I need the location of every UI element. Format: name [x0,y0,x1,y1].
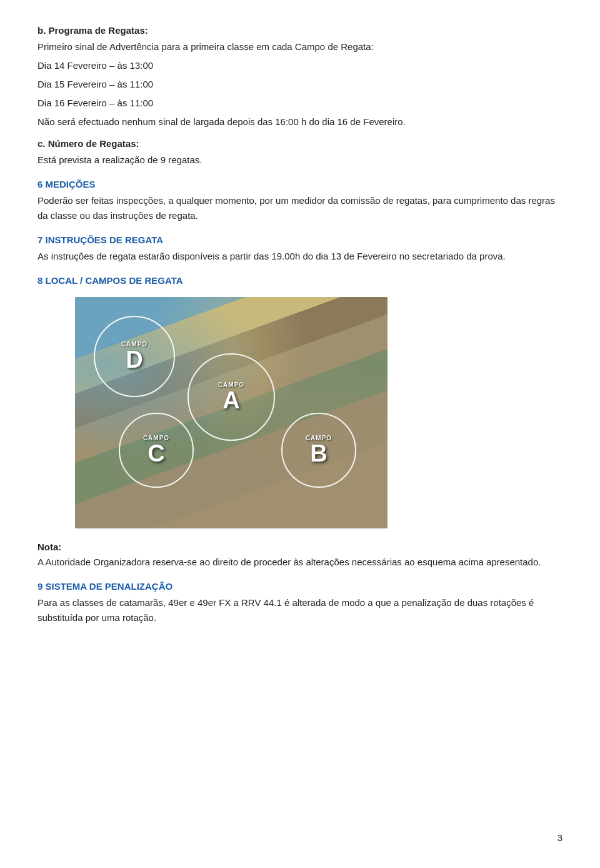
campo-b-circle: CAMPO B [281,413,356,488]
campo-d-letter: D [126,348,142,371]
nota-text: Nota: A Autoridade Organizadora reserva-… [38,540,562,570]
campo-b-letter: B [310,442,327,465]
campo-a-letter: A [222,388,239,412]
section-8-title: 8 LOCAL / CAMPOS DE REGATA [38,275,562,286]
nota-title-inline: Nota: [38,542,61,552]
campo-a-circle: CAMPO A [188,353,275,441]
map-container: CAMPO D CAMPO A CAMPO C CAMPO B [75,297,388,528]
campo-c-circle: CAMPO C [119,413,194,488]
section-9-text: Para as classes de catamarãs, 49er e 49e… [38,595,562,625]
section-7: 7 INSTRUÇÕES DE REGATA As instruções de … [38,235,562,264]
campo-d-circle: CAMPO D [94,316,175,397]
schedule-line-3: Dia 16 Fevereiro – às 11:00 [38,96,562,111]
section-b: b. Programa de Regatas: Primeiro sinal d… [38,25,562,129]
section-b-note: Não será efectuado nenhum sinal de larga… [38,114,562,129]
campo-c-letter: C [148,442,164,465]
nota-block: Nota: A Autoridade Organizadora reserva-… [38,540,562,570]
section-9: 9 SISTEMA DE PENALIZAÇÃO Para as classes… [38,581,562,625]
section-c-text: Está prevista a realização de 9 regatas. [38,153,562,168]
section-9-title: 9 SISTEMA DE PENALIZAÇÃO [38,581,562,592]
section-6-title: 6 MEDIÇÕES [38,179,562,189]
section-6: 6 MEDIÇÕES Poderão ser feitas inspecções… [38,179,562,223]
section-b-intro: Primeiro sinal de Advertência para a pri… [38,39,562,54]
section-c-title: c. Número de Regatas: [38,138,562,149]
section-8: 8 LOCAL / CAMPOS DE REGATA CAMPO D CAMPO… [38,275,562,570]
section-b-title: b. Programa de Regatas: [38,25,562,36]
schedule-line-1: Dia 14 Fevereiro – às 13:00 [38,58,562,73]
section-7-title: 7 INSTRUÇÕES DE REGATA [38,235,562,245]
section-c: c. Número de Regatas: Está prevista a re… [38,138,562,168]
section-7-text: As instruções de regata estarão disponív… [38,249,562,264]
section-6-text: Poderão ser feitas inspecções, a qualque… [38,193,562,223]
nota-body: A Autoridade Organizadora reserva-se ao … [38,557,541,567]
schedule-line-2: Dia 15 Fevereiro – às 11:00 [38,77,562,92]
